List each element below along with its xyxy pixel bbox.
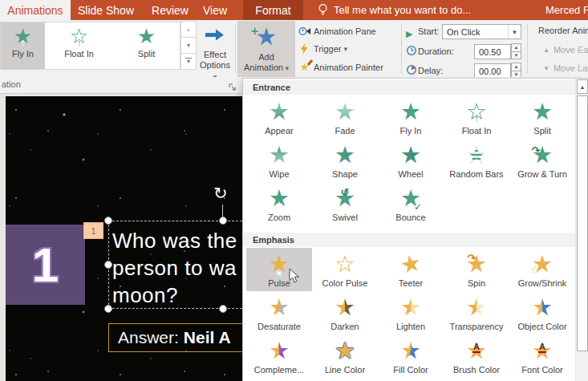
tab-slide-show[interactable]: Slide Show [72,0,140,20]
gallery-item-fly-in[interactable]: Fly In [1,22,45,69]
animation-item-desaturate[interactable]: Desaturate [246,291,312,334]
gallery-item-split[interactable]: Split [113,22,180,69]
selection-handle-bottom-left[interactable] [104,305,112,313]
duration-input[interactable]: 00.50 [474,44,511,59]
start-select[interactable]: On Click [442,24,521,39]
trigger-button[interactable]: Trigger▾ [297,43,347,55]
add-animation-label: Add [258,52,274,62]
animation-item-label: Darken [330,322,359,331]
animation-item-fade[interactable]: Fade [312,95,378,139]
gallery-item-float-in[interactable]: Float In [45,22,113,69]
animation-item-label: Transparency [450,322,504,331]
animation-item-swivel[interactable]: Swivel [312,182,378,225]
animation-item-complementary[interactable]: Compleme... [246,334,312,378]
animation-item-label: Compleme... [254,365,304,375]
animation-item-label: Split [533,126,550,136]
animation-item-random-bars[interactable]: Random Bars [444,139,509,182]
effect-options-button[interactable]: Effect Options ▾ [197,22,233,78]
duration-clock-icon [406,45,417,59]
add-animation-button[interactable]: Add Animation ▾ [237,21,295,78]
selection-handle-mid-left[interactable] [104,261,112,269]
animation-painter-button[interactable]: Animation Painter [297,61,383,73]
appear-star-icon [262,99,296,125]
animation-item-grow-shrink[interactable]: Grow/Shrink [509,248,575,291]
animation-style-gallery: Fly In Float In Split [0,22,180,70]
animation-item-appear[interactable]: Appear [246,95,312,139]
selection-handle-top-left[interactable] [104,217,112,225]
animation-item-wipe[interactable]: Wipe [246,139,312,182]
start-play-icon [406,26,412,40]
brush-color-star-icon [460,338,493,364]
move-earlier-button[interactable]: Move Ear [543,45,588,55]
animation-item-transparency[interactable]: Transparency [444,291,509,334]
animation-group-label: ation [2,79,21,89]
animation-item-brush-color[interactable]: Brush Color [444,334,509,378]
animation-item-split[interactable]: Split [509,95,575,139]
tab-format[interactable]: Format [243,0,303,20]
tab-review[interactable]: Review [146,0,194,20]
animation-item-line-color[interactable]: Line Color [312,334,378,378]
animation-item-bounce[interactable]: Bounce [378,182,444,225]
slide-number-shape[interactable]: 1 [6,225,85,305]
gallery-scroll-down-button[interactable]: ▼ [180,37,197,54]
gallery-scroll-up-button[interactable]: ▲ [180,21,197,38]
animation-item-grow-turn[interactable]: Grow & Turn [509,139,575,182]
account-name[interactable]: Merced Fl [545,0,588,20]
trigger-label: Trigger [314,44,341,54]
animation-item-spin[interactable]: Spin [444,248,509,291]
duration-spinner[interactable]: ▲▼ [511,44,521,59]
spin-star-icon [460,252,493,278]
zoom-star-icon [262,186,296,212]
animation-item-font-color[interactable]: Font Color [509,334,575,378]
move-later-button[interactable]: Move Lat [543,63,588,73]
dropdown-scroll-thumb[interactable] [577,95,588,351]
object-color-star-icon [525,295,559,321]
animation-item-zoom[interactable]: Zoom [246,182,312,225]
animation-item-label: Fill Color [393,365,428,375]
animation-item-lighten[interactable]: Lighten [378,291,444,334]
tab-animations[interactable]: Animations [0,0,71,20]
animation-item-fly-in[interactable]: Fly In [378,95,444,139]
animation-item-label: Wheel [398,169,423,179]
animation-item-float-in[interactable]: Float In [444,95,509,139]
dialog-launcher-icon[interactable] [229,80,237,95]
start-label: Start: [418,26,439,36]
animation-order-badge[interactable]: 1 [83,222,103,239]
lightbulb-icon [318,3,328,20]
animation-pane-button[interactable]: Animation Pane [297,26,376,37]
animation-item-object-color[interactable]: Object Color [509,291,575,334]
animation-item-fill-color[interactable]: Fill Color [378,334,444,378]
animation-item-wheel[interactable]: Wheel [378,139,444,182]
animation-item-label: Lighten [396,322,425,331]
random-bars-star-icon [460,143,493,168]
start-select-caret-icon[interactable] [508,25,521,39]
tab-view[interactable]: View [197,0,233,20]
animation-item-shape[interactable]: Shape [312,139,378,182]
split-star-icon [525,99,559,125]
teeter-star-icon [391,249,430,281]
delay-value: 00.00 [479,67,501,76]
animation-item-label: Line Color [325,365,365,375]
gallery-scrollbar: ▲ ▼ ▼ [180,22,197,70]
dropdown-scroll-up-icon[interactable]: ▲ [577,79,588,94]
gallery-more-button[interactable]: ▼ [180,53,197,70]
answer-prefix-text: Answer: [118,328,179,347]
transparency-star-icon [460,295,493,321]
fade-star-icon [328,99,362,125]
animation-item-color-pulse[interactable]: Color Pulse [312,248,378,291]
animation-item-pulse[interactable]: Pulse [246,248,312,291]
menu-section-header-emphasis: Emphasis [243,233,575,247]
rotation-handle-icon[interactable] [213,184,228,203]
fly-in-star-icon [10,25,37,49]
selection-handle-top-center[interactable] [219,217,227,225]
animation-item-teeter[interactable]: Teeter [378,248,444,291]
dropdown-scrollbar[interactable]: ▲ [575,79,588,381]
question-textbox[interactable]: Who was the person to wa moon? [112,227,237,309]
add-animation-label: Animation [244,63,283,72]
tell-me-box[interactable]: Tell me what you want to do... [334,0,471,20]
animation-item-label: Appear [265,126,293,136]
animation-item-label: Color Pulse [322,278,368,288]
animation-item-label: Spin [468,278,485,288]
animation-item-darken[interactable]: Darken [312,291,378,334]
duration-value: 00.50 [479,47,501,57]
